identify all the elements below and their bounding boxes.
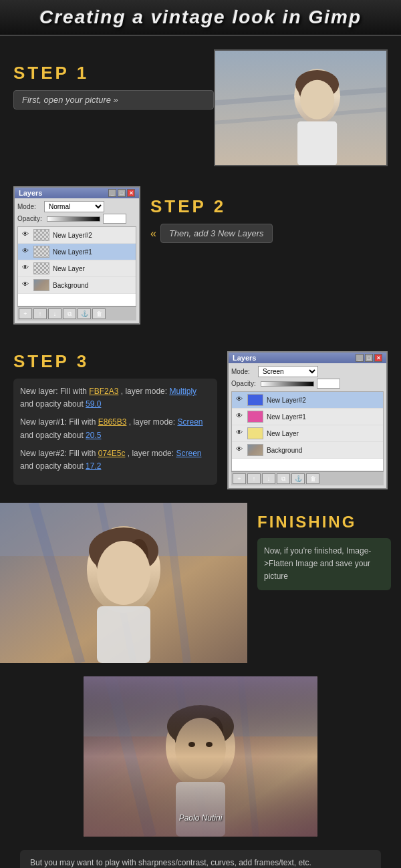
final-section: Paolo Nutini <box>0 663 401 843</box>
opacity-slider-step2[interactable] <box>47 216 100 222</box>
color-code-3: 074E5c <box>98 449 126 458</box>
layer-item-blue[interactable]: 👁 New Layer#2 <box>232 392 383 409</box>
opacity-row-step3: Opacity: 17,2 <box>231 379 384 389</box>
layer-thumb-new <box>33 262 49 274</box>
layer-item-bg-step3[interactable]: 👁 Background <box>232 442 383 459</box>
close-btn-step3[interactable]: ✕ <box>374 354 382 362</box>
layer-thumb-new1 <box>33 246 49 258</box>
eye-icon-new[interactable]: 👁 <box>21 264 30 273</box>
window-controls-step3[interactable]: _ □ ✕ <box>356 354 382 362</box>
page-title: Creating a vintage look in Gimp <box>0 7 401 28</box>
layer-item-yellow[interactable]: 👁 New Layer <box>232 425 383 442</box>
step1-photo-svg <box>215 49 386 166</box>
layers-body-step2: Mode: Normal Screen Multiply Opacity: 10… <box>15 198 139 323</box>
photo-label: Paolo Nutini <box>179 813 223 823</box>
before-photo-svg <box>0 503 247 663</box>
opacity-row-step2: Opacity: 100,0 <box>17 214 136 224</box>
step2-desc-row: « Then, add 3 New Layers <box>150 224 388 243</box>
eye-icon-pink[interactable]: 👁 <box>235 412 244 421</box>
opacity-value-step2: 100,0 <box>103 214 126 224</box>
layer-item-pink[interactable]: 👁 New Layer#1 <box>232 409 383 425</box>
step1-title: STEP 1 <box>13 63 214 83</box>
mode-screen-2: Screen <box>177 417 203 427</box>
finishing-title: FINISHING <box>257 513 391 531</box>
duplicate-layer-btn-step2[interactable]: ⧉ <box>63 308 76 319</box>
layers-panel-step3: Layers _ □ ✕ Mode: Screen Normal Multipl… <box>227 351 388 489</box>
close-btn-step2[interactable]: ✕ <box>127 189 135 197</box>
photo-label-container: Paolo Nutini <box>84 811 317 823</box>
layers-toolbar-step3: + ↑ ↓ ⧉ ⚓ 🗑 <box>231 471 384 485</box>
anchor-layer-btn-step2[interactable]: ⚓ <box>78 308 91 319</box>
step1-photo-inner <box>215 51 386 165</box>
layer-thumb-pink <box>247 411 263 423</box>
final-tip: But you may want to play with sharpness/… <box>20 850 381 868</box>
step3-section: STEP 3 New layer: Fill with FBF2A3 , lay… <box>0 338 401 503</box>
eye-icon-bg-step3[interactable]: 👁 <box>235 445 244 455</box>
finishing-section: FINISHING Now, if you're finished, Image… <box>0 503 401 663</box>
finishing-description: Now, if you're finished, Image->Flatten … <box>257 538 391 590</box>
finishing-right: FINISHING Now, if you're finished, Image… <box>247 503 401 600</box>
mode-select-step3[interactable]: Screen Normal Multiply <box>258 366 318 377</box>
opacity-val-1: 59.0 <box>86 399 101 409</box>
eye-icon-blue[interactable]: 👁 <box>235 395 244 405</box>
layer-item-bg[interactable]: 👁 Background <box>18 277 136 294</box>
window-controls-step2[interactable]: _ □ ✕ <box>108 189 135 197</box>
layer-thumb-bg-step3 <box>247 444 263 456</box>
eye-icon-yellow[interactable]: 👁 <box>235 429 244 438</box>
eye-icon-new1[interactable]: 👁 <box>21 247 30 256</box>
mode-screen-3: Screen <box>176 449 201 458</box>
layer-instruction-1: New layer: Fill with FBF2A3 , layer mode… <box>20 385 211 411</box>
layer-instruction-2: New layer#1: Fill with E865B3 , layer mo… <box>20 416 211 441</box>
mode-row-step3: Mode: Screen Normal Multiply <box>231 366 384 377</box>
raise-layer-btn-step3[interactable]: ↑ <box>247 473 261 484</box>
step1-description: First, open your picture » <box>13 90 214 110</box>
maximize-btn-step3[interactable]: □ <box>365 354 373 362</box>
lower-layer-btn-step3[interactable]: ↓ <box>262 473 275 484</box>
layer-item-new2[interactable]: 👁 New Layer#2 <box>18 227 136 244</box>
lower-layer-btn-step2[interactable]: ↓ <box>48 308 61 319</box>
eye-icon-new2[interactable]: 👁 <box>21 230 30 240</box>
before-photo <box>0 503 247 663</box>
duplicate-layer-btn-step3[interactable]: ⧉ <box>277 473 290 484</box>
svg-point-17 <box>97 541 150 605</box>
layer-thumb-yellow <box>247 427 263 439</box>
layer-item-new1[interactable]: 👁 New Layer#1 <box>18 244 136 260</box>
mode-select-step2[interactable]: Normal Screen Multiply <box>44 201 104 212</box>
step2-section: Layers _ □ ✕ Mode: Normal Screen Multipl… <box>0 180 401 338</box>
step1-photo <box>214 49 388 166</box>
svg-point-6 <box>300 80 334 120</box>
anchor-layer-btn-step3[interactable]: ⚓ <box>291 473 305 484</box>
layers-list-step3: 👁 New Layer#2 👁 New Layer#1 👁 New Layer <box>231 391 384 471</box>
raise-layer-btn-step2[interactable]: ↑ <box>33 308 47 319</box>
step3-instructions: New layer: Fill with FBF2A3 , layer mode… <box>13 379 217 485</box>
opacity-value-step3: 17,2 <box>317 379 340 389</box>
mode-row-step2: Mode: Normal Screen Multiply <box>17 201 136 212</box>
step1-left: STEP 1 First, open your picture » <box>13 49 214 110</box>
svg-rect-7 <box>297 122 337 166</box>
new-layer-btn-step3[interactable]: + <box>233 473 246 484</box>
step2-title: STEP 2 <box>150 196 388 217</box>
layer-thumb-bg <box>33 279 49 291</box>
step2-right: STEP 2 « Then, add 3 New Layers <box>150 186 388 243</box>
header: Creating a vintage look in Gimp <box>0 0 401 36</box>
step2-arrow-left: « <box>150 228 156 240</box>
eye-icon-bg[interactable]: 👁 <box>21 280 30 290</box>
layers-titlebar-step3: Layers _ □ ✕ <box>229 353 386 363</box>
minimize-btn-step2[interactable]: _ <box>108 189 116 197</box>
delete-layer-btn-step3[interactable]: 🗑 <box>306 473 319 484</box>
maximize-btn-step2[interactable]: □ <box>118 189 126 197</box>
svg-rect-18 <box>97 606 150 663</box>
new-layer-btn-step2[interactable]: + <box>19 308 32 319</box>
layers-toolbar-step2: + ↑ ↓ ⧉ ⚓ 🗑 <box>17 306 136 320</box>
layer-thumb-new2 <box>33 229 49 241</box>
step2-description: Then, add 3 New Layers <box>160 224 273 243</box>
mode-multiply-1: Multiply <box>169 387 196 396</box>
opacity-slider-step3[interactable] <box>261 381 314 387</box>
layer-item-new[interactable]: 👁 New Layer <box>18 260 136 277</box>
minimize-btn-step3[interactable]: _ <box>356 354 364 362</box>
delete-layer-btn-step2[interactable]: 🗑 <box>92 308 106 319</box>
layer-thumb-blue <box>247 394 263 406</box>
color-code-1: FBF2A3 <box>89 387 118 396</box>
opacity-val-3: 17.2 <box>86 461 101 471</box>
layers-body-step3: Mode: Screen Normal Multiply Opacity: 17… <box>229 363 386 488</box>
